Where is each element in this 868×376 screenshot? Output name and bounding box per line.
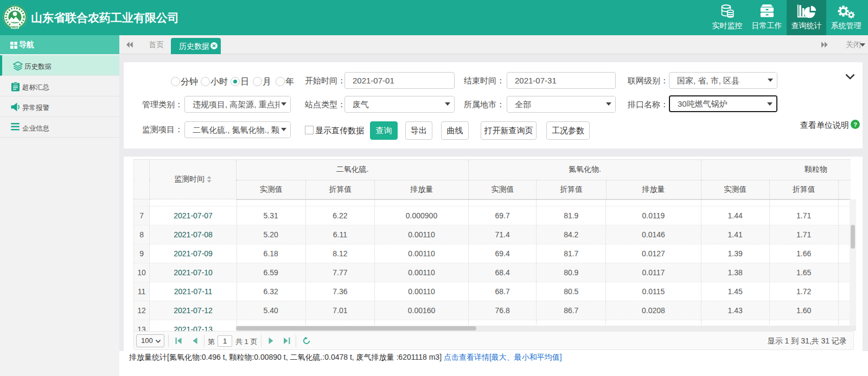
svg-text:MEE: MEE — [11, 25, 18, 29]
svg-text:?: ? — [853, 121, 857, 128]
